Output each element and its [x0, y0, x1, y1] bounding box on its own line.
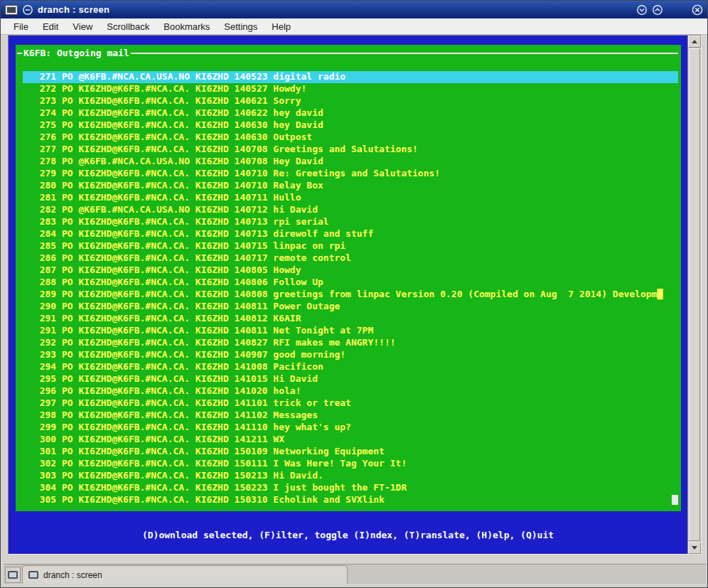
- mail-row[interactable]: 293 PO KI6ZHD@K6FB.#NCA.CA. KI6ZHD 14090…: [23, 349, 678, 361]
- blank-line: [16, 59, 681, 71]
- mail-row[interactable]: 294 PO KI6ZHD@K6FB.#NCA.CA. KI6ZHD 14100…: [23, 361, 678, 373]
- mail-row[interactable]: 290 PO KI6ZHD@K6FB.#NCA.CA. KI6ZHD 14081…: [23, 301, 678, 313]
- mail-row[interactable]: 276 PO KI6ZHD@K6FB.#NCA.CA. KI6ZHD 14063…: [23, 132, 678, 144]
- mail-row[interactable]: 300 PO KI6ZHD@K6FB.#NCA.CA. KI6ZHD 14121…: [23, 434, 678, 446]
- menu-file[interactable]: File: [6, 20, 36, 33]
- mail-row[interactable]: 292 PO KI6ZHD@K6FB.#NCA.CA. KI6ZHD 14082…: [23, 337, 678, 349]
- mail-row[interactable]: 303 PO KI6ZHD@K6FB.#NCA.CA. KI6ZHD 15021…: [23, 470, 678, 482]
- sticky-icon[interactable]: [22, 4, 33, 16]
- header-line-left: [17, 53, 22, 54]
- mail-row[interactable]: 295 PO KI6ZHD@K6FB.#NCA.CA. KI6ZHD 14101…: [23, 373, 678, 385]
- mail-row[interactable]: 284 PO KI6ZHD@K6FB.#NCA.CA. KI6ZHD 14071…: [23, 228, 678, 240]
- window-title: dranch : screen: [38, 4, 109, 15]
- terminal-session-icon: [8, 571, 18, 579]
- mail-row[interactable]: 298 PO KI6ZHD@K6FB.#NCA.CA. KI6ZHD 14110…: [23, 410, 678, 422]
- menubar: File Edit View Scrollback Bookmarks Sett…: [1, 18, 707, 35]
- session-tab[interactable]: dranch : screen: [22, 565, 348, 584]
- mail-row[interactable]: 299 PO KI6ZHD@K6FB.#NCA.CA. KI6ZHD 14111…: [23, 422, 678, 434]
- minimize-button[interactable]: [636, 4, 648, 16]
- new-session-button[interactable]: [5, 567, 21, 583]
- arrow-down-icon: [692, 546, 697, 550]
- mail-row[interactable]: 271 PO @K6FB.#NCA.CA.USA.NO KI6ZHD 14052…: [23, 71, 678, 83]
- konsole-window: dranch : screen File Edit View Scrollbac…: [0, 0, 708, 588]
- menu-bookmarks[interactable]: Bookmarks: [156, 20, 217, 33]
- close-button[interactable]: [692, 4, 703, 16]
- mail-row[interactable]: 304 PO KI6ZHD@K6FB.#NCA.CA. KI6ZHD 15022…: [23, 482, 678, 494]
- mail-row[interactable]: 286 PO KI6ZHD@K6FB.#NCA.CA. KI6ZHD 14071…: [23, 252, 678, 264]
- terminal-cursor: [672, 495, 678, 505]
- mail-row[interactable]: 280 PO KI6ZHD@K6FB.#NCA.CA. KI6ZHD 14071…: [23, 180, 678, 192]
- mail-row[interactable]: 279 PO KI6ZHD@K6FB.#NCA.CA. KI6ZHD 14071…: [23, 168, 678, 180]
- session-tabbar: dranch : screen: [4, 564, 706, 584]
- menu-help[interactable]: Help: [264, 20, 298, 33]
- status-line: (D)ownload selected, (F)ilter, toggle (I…: [9, 530, 687, 540]
- scroll-down-button[interactable]: [688, 542, 701, 554]
- mail-row[interactable]: 275 PO KI6ZHD@K6FB.#NCA.CA. KI6ZHD 14063…: [23, 119, 678, 132]
- mail-row[interactable]: 297 PO KI6ZHD@K6FB.#NCA.CA. KI6ZHD 14110…: [23, 397, 678, 410]
- terminal-widget: K6FB: Outgoing mail 271 PO @K6FB.#NCA.CA…: [8, 35, 702, 555]
- panel-title: K6FB: Outgoing mail: [22, 48, 131, 58]
- konsole-app-icon: [5, 5, 18, 15]
- mail-row[interactable]: 285 PO KI6ZHD@K6FB.#NCA.CA. KI6ZHD 14071…: [23, 240, 678, 252]
- session-tab-label: dranch : screen: [43, 570, 102, 580]
- mail-row[interactable]: 277 PO KI6ZHD@K6FB.#NCA.CA. KI6ZHD 14070…: [23, 144, 678, 156]
- scrollbar-thumb[interactable]: [689, 48, 700, 541]
- mail-row[interactable]: 301 PO KI6ZHD@K6FB.#NCA.CA. KI6ZHD 15010…: [23, 446, 678, 458]
- mail-row[interactable]: 291 PO KI6ZHD@K6FB.#NCA.CA. KI6ZHD 14081…: [23, 325, 678, 337]
- mail-row[interactable]: 296 PO KI6ZHD@K6FB.#NCA.CA. KI6ZHD 14102…: [23, 385, 678, 397]
- arrow-up-icon: [692, 40, 697, 43]
- menu-view[interactable]: View: [65, 20, 100, 33]
- outgoing-mail-panel: K6FB: Outgoing mail 271 PO @K6FB.#NCA.CA…: [16, 45, 681, 511]
- terminal-tab-icon: [28, 571, 38, 579]
- mail-row[interactable]: 272 PO KI6ZHD@K6FB.#NCA.CA. KI6ZHD 14052…: [23, 83, 678, 95]
- menu-edit[interactable]: Edit: [36, 20, 65, 33]
- mail-row[interactable]: 283 PO KI6ZHD@K6FB.#NCA.CA. KI6ZHD 14071…: [23, 216, 678, 228]
- mail-row[interactable]: 302 PO KI6ZHD@K6FB.#NCA.CA. KI6ZHD 15011…: [23, 458, 678, 470]
- mail-row[interactable]: 305 PO KI6ZHD@K6FB.#NCA.CA. KI6ZHD 15031…: [23, 494, 678, 506]
- mail-row[interactable]: 274 PO KI6ZHD@K6FB.#NCA.CA. KI6ZHD 14062…: [23, 107, 678, 119]
- terminal-screen[interactable]: K6FB: Outgoing mail 271 PO @K6FB.#NCA.CA…: [9, 36, 687, 554]
- mail-row[interactable]: 287 PO KI6ZHD@K6FB.#NCA.CA. KI6ZHD 14080…: [23, 264, 678, 277]
- panel-header: K6FB: Outgoing mail: [16, 47, 681, 59]
- header-line-right: [131, 53, 678, 54]
- mail-row[interactable]: 281 PO KI6ZHD@K6FB.#NCA.CA. KI6ZHD 14071…: [23, 192, 678, 204]
- menu-settings[interactable]: Settings: [217, 20, 264, 33]
- menu-scrollback[interactable]: Scrollback: [100, 20, 156, 33]
- mail-row[interactable]: 288 PO KI6ZHD@K6FB.#NCA.CA. KI6ZHD 14080…: [23, 277, 678, 289]
- mail-list: 271 PO @K6FB.#NCA.CA.USA.NO KI6ZHD 14052…: [23, 71, 678, 506]
- mail-row[interactable]: 282 PO @K6FB.#NCA.CA.USA.NO KI6ZHD 14071…: [23, 204, 678, 216]
- maximize-button[interactable]: [652, 4, 663, 16]
- titlebar[interactable]: dranch : screen: [1, 1, 707, 18]
- scroll-up-button[interactable]: [688, 36, 701, 48]
- mail-row[interactable]: 273 PO KI6ZHD@K6FB.#NCA.CA. KI6ZHD 14062…: [23, 95, 678, 107]
- scrollbar[interactable]: [687, 36, 701, 554]
- mail-row[interactable]: 291 PO KI6ZHD@K6FB.#NCA.CA. KI6ZHD 14081…: [23, 313, 678, 325]
- mail-row[interactable]: 289 PO KI6ZHD@K6FB.#NCA.CA. KI6ZHD 14080…: [23, 289, 678, 301]
- mail-row[interactable]: 278 PO @K6FB.#NCA.CA.USA.NO KI6ZHD 14070…: [23, 156, 678, 168]
